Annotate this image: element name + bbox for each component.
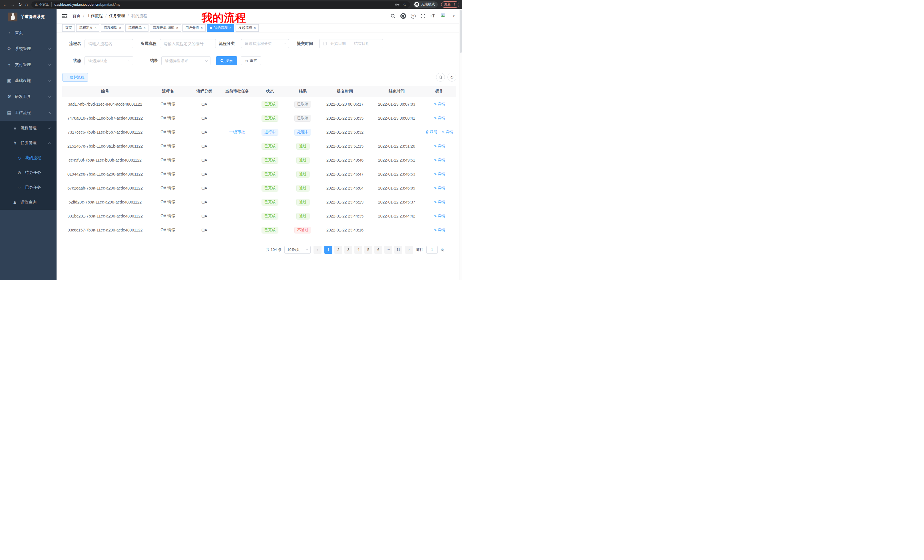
sidebar-item[interactable]: ¥ 支付管理 [0,57,57,73]
search-icon[interactable] [391,14,396,18]
detail-action-link[interactable]: ✎ 详情 [434,214,445,219]
breadcrumb-link[interactable]: 工作流程 [87,13,103,18]
tab-close-icon[interactable]: × [229,26,231,30]
page-number-button[interactable]: 1 [324,246,332,254]
tag-view-bar: 首页 × 流程定义 × 流程模型 × 流程表单 [57,23,462,33]
view-tab[interactable]: 发起流程 × [236,24,259,32]
result-select[interactable]: 请选择流结果 [161,56,210,65]
plus-icon: + [66,75,68,79]
view-tab[interactable]: 首页 × [62,24,75,32]
view-tab[interactable]: 用户分组 × [183,24,206,32]
tab-close-icon[interactable]: × [119,26,121,30]
page-number-button[interactable]: 6 [374,246,382,254]
page-number-button[interactable]: 3 [344,246,352,254]
sidebar-item[interactable]: ⚒ 研发工具 [0,89,57,105]
breadcrumb-link[interactable]: 我的流程 [131,13,147,18]
sidebar-item[interactable]: ☺ 我的流程 [0,150,57,165]
page-number-button[interactable]: 2 [334,246,342,254]
category-cell: OA [188,97,221,111]
view-tab[interactable]: 我的流程 × [207,24,234,32]
tab-close-icon[interactable]: × [254,26,256,30]
tab-label: 我的流程 [214,25,228,30]
scrollbar-thumb[interactable] [460,10,462,53]
owner-process-label: 所属流程 [141,41,156,46]
address-bar[interactable]: ⚠ 不安全 dashboard.yudao.iocoder.cn/bpm/tas… [32,1,410,8]
search-button[interactable]: 搜索 [216,56,237,65]
process-name-input[interactable] [84,39,133,48]
cancel-action-link[interactable]: 取消 [426,129,437,135]
detail-action-link[interactable]: ✎ 详情 [434,172,445,177]
category-label: 流程分类 [219,41,235,46]
current-task-link[interactable]: 一级审批 [229,130,245,134]
view-tab[interactable]: 流程表单 × [125,24,148,32]
view-tab[interactable]: 流程定义 × [76,24,99,32]
collapse-sidebar-icon[interactable] [62,14,68,18]
detail-action-link[interactable]: ✎ 详情 [434,228,445,233]
page-number-button[interactable]: 5 [364,246,372,254]
breadcrumb-link[interactable]: 任务管理 [109,13,125,18]
sidebar-item[interactable]: ⚙ 系统管理 [0,41,57,57]
tab-close-icon[interactable]: × [94,26,96,30]
refresh-table-button[interactable]: ↻ [447,73,456,82]
end-time-cell: 2022-01-22 23:51:20 [370,139,423,153]
process-definition-input[interactable] [160,39,216,48]
submit-time-range-picker[interactable]: 开始日期 - 结束日期 [319,39,383,48]
status-select[interactable]: 请选择状态 [84,56,133,65]
browser-menu-dots-icon[interactable]: ⋮ [453,3,456,7]
next-page-button[interactable]: › [405,246,413,254]
browser-update-button[interactable]: 更新 ⋮ [441,1,459,8]
help-icon[interactable]: ? [411,14,416,18]
sidebar-item-label: 系统管理 [15,46,31,51]
create-process-button[interactable]: + 发起流程 [62,73,88,82]
detail-action-link[interactable]: ✎ 详情 [434,144,445,149]
view-tab[interactable]: 流程表单-编辑 × [150,24,181,32]
detail-action-link[interactable]: ✎ 详情 [434,157,445,163]
sidebar-item[interactable]: ⋔ 任务管理 [0,136,57,150]
page-number-button[interactable]: 4 [354,246,362,254]
scrollbar[interactable] [459,9,462,280]
sidebar-item[interactable]: ⊙ 待办任务 [0,165,57,180]
github-icon[interactable] [400,13,406,19]
sidebar-item[interactable]: ◔ 首页 [0,25,57,41]
tab-close-icon[interactable]: × [201,26,203,30]
avatar[interactable] [440,12,448,20]
avatar-caret-icon[interactable]: ▾ [453,14,454,18]
process-name-cell: OA 请假 [148,125,188,139]
status-badge: 进行中 [261,129,278,136]
detail-action-link[interactable]: ✎ 详情 [442,130,453,135]
password-key-icon[interactable] [395,3,399,6]
reload-icon[interactable]: ↻ [18,2,22,7]
page-number-button[interactable]: ⋯ [384,246,392,254]
view-tab[interactable]: 流程模型 × [101,24,124,32]
detail-action-link[interactable]: ✎ 详情 [434,115,445,121]
column-header: 流程分类 [188,85,221,97]
page-number-button[interactable]: 11 [394,246,402,254]
breadcrumb-link[interactable]: 首页 [72,13,81,18]
sidebar-item[interactable]: ▤ 工作流程 [0,105,57,121]
sidebar-item[interactable]: ♟ 请假查询 [0,195,57,210]
back-icon[interactable]: ← [3,2,7,7]
app-logo[interactable]: 芋道管理系统 [0,9,57,25]
prev-page-button[interactable]: ‹ [314,246,321,254]
tab-close-icon[interactable]: × [144,26,146,30]
sidebar-item[interactable]: ⌣ 已办任务 [0,180,57,195]
home-icon[interactable]: ⌂ [26,2,28,7]
sidebar-item[interactable]: ≡ 流程管理 [0,121,57,136]
detail-action-link[interactable]: ✎ 详情 [434,102,445,107]
detail-action-link[interactable]: ✎ 详情 [434,199,445,205]
reset-button[interactable]: ↻ 重置 [241,56,261,65]
goto-page-input[interactable] [426,246,438,254]
pencil-icon: ✎ [434,102,437,106]
font-size-icon[interactable]: TT [430,13,435,18]
forward-icon[interactable]: → [10,2,15,7]
fullscreen-icon[interactable] [421,14,426,18]
detail-action-link[interactable]: ✎ 详情 [434,186,445,191]
page-size-select[interactable]: 10条/页 [284,246,310,254]
end-time-cell: 2022-01-22 23:49:51 [370,153,423,167]
security-indicator[interactable]: ⚠ 不安全 [35,2,52,7]
show-search-toggle-button[interactable] [436,73,445,82]
category-select[interactable]: 请选择流程分类 [241,39,289,48]
sidebar-item[interactable]: ▣ 基础设施 [0,73,57,89]
tab-close-icon[interactable]: × [176,26,178,30]
bookmark-star-icon[interactable]: ☆ [403,2,406,7]
